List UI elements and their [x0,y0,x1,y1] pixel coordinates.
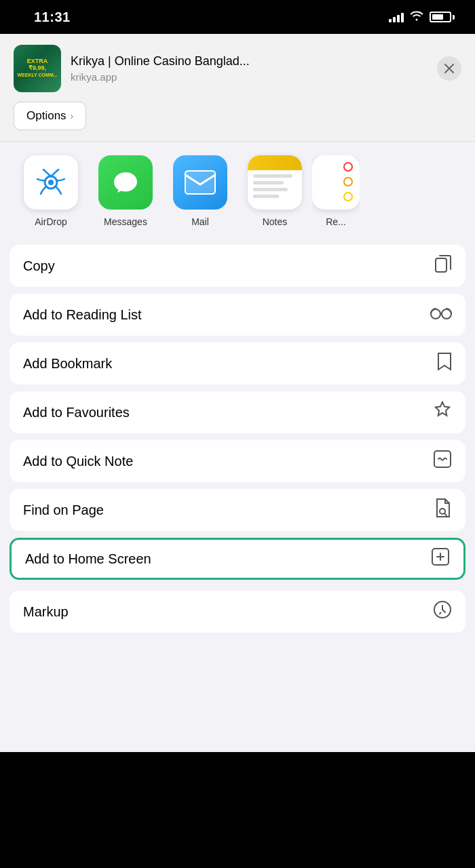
bookmark-icon [437,352,452,375]
app-item-airdrop[interactable]: AirDrop [14,155,88,227]
notes-icon [248,155,302,210]
apps-row: AirDrop Messages [0,142,475,234]
app-item-notes[interactable]: Notes [238,155,312,227]
action-markup[interactable]: Markup [10,591,466,633]
options-button[interactable]: Options › [14,102,86,130]
site-title: Krikya | Online Casino Banglad... [71,54,437,68]
markup-icon [433,600,452,623]
action-copy[interactable]: Copy [10,245,466,287]
mail-label: Mail [191,216,209,227]
svg-rect-4 [436,258,446,272]
app-item-reminders[interactable]: Re... [312,155,360,227]
status-time: 11:31 [34,9,71,25]
glasses-icon [430,306,452,323]
share-sheet: AirDrop Messages [0,142,475,752]
favourites-label: Add to Favourites [23,405,130,420]
site-url: krikya.app [71,71,437,83]
home-screen-label: Add to Home Screen [25,551,151,567]
svg-rect-2 [185,171,215,194]
quick-note-label: Add to Quick Note [23,454,133,469]
battery-icon [430,12,455,22]
search-doc-icon [434,498,452,522]
notes-label: Notes [263,216,288,227]
reminders-label: Re... [326,216,346,227]
copy-icon [434,254,452,277]
airdrop-label: AirDrop [35,216,66,227]
star-icon [433,401,452,424]
mail-icon [173,155,227,210]
chevron-icon: › [71,111,74,121]
add-square-icon [431,547,450,570]
site-info-left: EXTRA₹9,99,WEEKLY COMM... Krikya | Onlin… [14,45,437,92]
app-item-messages[interactable]: Messages [88,155,163,227]
wifi-icon [409,10,424,24]
site-thumbnail-content: EXTRA₹9,99,WEEKLY COMM... [17,58,57,79]
reminders-icon [312,155,360,210]
action-home-screen[interactable]: Add to Home Screen [10,538,466,580]
svg-rect-7 [434,451,451,467]
bookmark-label: Add Bookmark [23,356,112,372]
browser-header: EXTRA₹9,99,WEEKLY COMM... Krikya | Onlin… [0,34,475,142]
markup-label: Markup [23,604,69,620]
messages-label: Messages [104,216,147,227]
site-thumbnail: EXTRA₹9,99,WEEKLY COMM... [14,45,61,92]
svg-point-1 [48,180,54,185]
action-favourites[interactable]: Add to Favourites [10,391,466,433]
copy-label: Copy [23,258,55,274]
reading-list-label: Add to Reading List [23,307,142,323]
signal-icon [389,12,404,22]
action-bookmark[interactable]: Add Bookmark [10,342,466,384]
action-find-on-page[interactable]: Find on Page [10,489,466,531]
find-on-page-label: Find on Page [23,502,104,518]
status-icons [389,10,455,24]
action-list: Copy Add to Reading List [10,245,466,580]
site-details: Krikya | Online Casino Banglad... krikya… [71,54,437,83]
app-item-mail[interactable]: Mail [163,155,238,227]
note-icon [433,450,452,473]
site-info-row: EXTRA₹9,99,WEEKLY COMM... Krikya | Onlin… [14,45,461,92]
apps-inner: AirDrop Messages [0,155,373,227]
action-quick-note[interactable]: Add to Quick Note [10,440,466,482]
airdrop-icon [24,155,78,210]
status-bar: 11:31 [0,0,475,34]
action-reading-list[interactable]: Add to Reading List [10,294,466,336]
close-button[interactable] [437,56,461,81]
messages-icon [98,155,153,210]
